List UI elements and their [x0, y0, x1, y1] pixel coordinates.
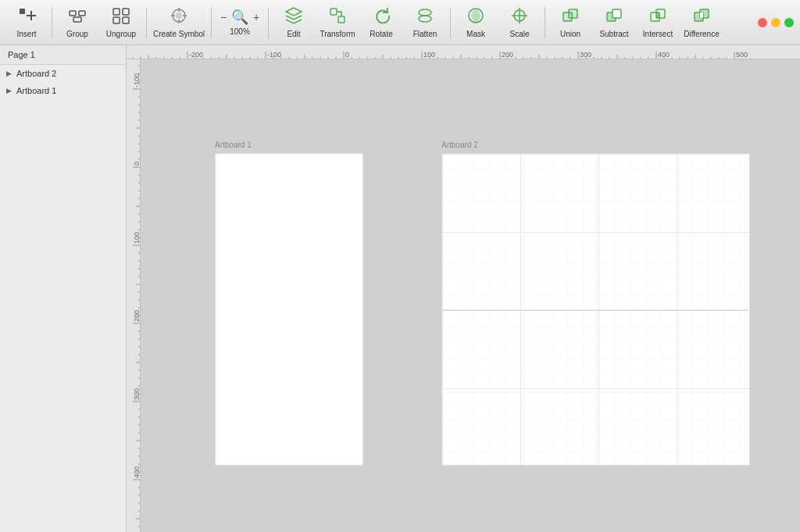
window-controls [758, 18, 794, 27]
subtract-button[interactable]: Subtract [594, 3, 634, 42]
group-button[interactable]: Group [57, 3, 98, 42]
sidebar: Page 1 ▶ Artboard 2 ▶ Artboard 1 [0, 45, 127, 532]
mask-button[interactable]: Mask [455, 3, 496, 42]
zoom-control: − 🔍 + 100% [216, 3, 263, 42]
svg-rect-3 [70, 11, 76, 16]
svg-rect-25 [569, 9, 577, 18]
union-label: Union [560, 30, 580, 38]
divider-3 [211, 7, 212, 38]
canvas-area: Artboard 1 Artboard 2 [127, 45, 800, 532]
divider-2 [146, 7, 147, 38]
chevron-right-icon: ▶ [6, 87, 12, 95]
difference-icon [692, 6, 711, 27]
transform-label: Transform [320, 30, 355, 38]
intersect-label: Intersect [643, 30, 673, 38]
artboard-1-label: Artboard 1 [215, 141, 252, 149]
ruler-top-canvas [127, 45, 786, 59]
create-symbol-label: Create Symbol [153, 30, 205, 38]
svg-point-19 [419, 16, 431, 22]
svg-rect-30 [656, 12, 659, 18]
mask-label: Mask [466, 30, 485, 38]
union-icon [561, 6, 580, 27]
svg-rect-5 [73, 17, 81, 22]
svg-rect-0 [20, 9, 25, 14]
artboard-2-grid [442, 154, 749, 465]
rotate-label: Rotate [370, 30, 392, 38]
scale-label: Scale [509, 30, 529, 38]
svg-point-11 [176, 12, 182, 19]
difference-button[interactable]: Difference [681, 3, 722, 42]
transform-icon [328, 6, 347, 27]
page-label: Page 1 [0, 45, 126, 65]
artboard-1[interactable] [215, 153, 363, 466]
main-area: Page 1 ▶ Artboard 2 ▶ Artboard 1 Artboar… [0, 45, 800, 532]
difference-label: Difference [684, 30, 719, 38]
group-label: Group [66, 30, 88, 38]
scale-button[interactable]: Scale [499, 3, 540, 42]
svg-rect-4 [79, 11, 85, 16]
artboard-2-container: Artboard 2 [441, 153, 750, 466]
artboard-2[interactable] [441, 153, 750, 466]
artboard-1-container: Artboard 1 [215, 153, 363, 466]
intersect-icon [648, 6, 667, 27]
ruler-left-canvas [127, 59, 141, 532]
zoom-out-button[interactable]: − [217, 11, 230, 23]
scale-icon [510, 6, 529, 27]
zoom-in-button[interactable]: + [250, 11, 262, 23]
svg-rect-6 [113, 9, 120, 15]
rotate-button[interactable]: Rotate [361, 3, 402, 42]
svg-point-18 [419, 9, 431, 16]
transform-button[interactable]: Transform [317, 3, 358, 42]
subtract-icon [605, 6, 623, 27]
layer-artboard-2[interactable]: ▶ Artboard 2 [0, 65, 126, 82]
zoom-level: 100% [230, 27, 250, 36]
divider-5 [450, 7, 451, 38]
group-icon [68, 6, 87, 27]
edit-icon [284, 6, 303, 27]
edit-label: Edit [287, 30, 300, 38]
divider-6 [545, 7, 545, 38]
ungroup-button[interactable]: Ungroup [101, 3, 141, 42]
create-symbol-button[interactable]: Create Symbol [152, 3, 206, 42]
flatten-label: Flatten [413, 30, 438, 38]
mask-icon [466, 6, 485, 27]
svg-rect-8 [113, 17, 120, 23]
canvas-with-ruler: Artboard 1 Artboard 2 [127, 59, 800, 532]
svg-rect-7 [123, 9, 129, 15]
edit-button[interactable]: Edit [273, 3, 314, 42]
flatten-icon [416, 6, 434, 27]
intersect-button[interactable]: Intersect [638, 3, 678, 42]
svg-rect-33 [700, 12, 703, 18]
layer-artboard-2-label: Artboard 2 [16, 69, 56, 78]
svg-rect-9 [123, 17, 129, 23]
ruler-top [127, 45, 800, 59]
insert-label: Insert [16, 30, 36, 38]
zoom-icon: 🔍 [231, 9, 248, 26]
svg-rect-17 [338, 16, 345, 23]
canvas[interactable]: Artboard 1 Artboard 2 [141, 59, 800, 532]
ungroup-icon [112, 6, 130, 27]
layer-artboard-1-label: Artboard 1 [16, 86, 56, 95]
rotate-icon [372, 6, 391, 27]
ruler-left [127, 59, 141, 532]
insert-icon [17, 6, 36, 27]
svg-rect-35 [442, 154, 749, 465]
svg-rect-16 [330, 9, 337, 15]
layer-artboard-1[interactable]: ▶ Artboard 1 [0, 82, 126, 99]
maximize-window-button[interactable] [784, 18, 794, 27]
divider-4 [268, 7, 269, 38]
svg-rect-27 [612, 9, 621, 18]
divider-1 [52, 7, 52, 38]
minimize-window-button[interactable] [771, 18, 780, 27]
create-symbol-icon [170, 6, 188, 27]
flatten-button[interactable]: Flatten [405, 3, 445, 42]
ungroup-label: Ungroup [106, 30, 136, 38]
chevron-right-icon: ▶ [6, 70, 12, 77]
union-button[interactable]: Union [550, 3, 591, 42]
toolbar: Insert Group Ungroup [0, 0, 800, 45]
artboard-2-label: Artboard 2 [441, 141, 478, 149]
subtract-label: Subtract [599, 30, 628, 38]
close-window-button[interactable] [758, 18, 767, 27]
insert-button[interactable]: Insert [6, 3, 47, 42]
